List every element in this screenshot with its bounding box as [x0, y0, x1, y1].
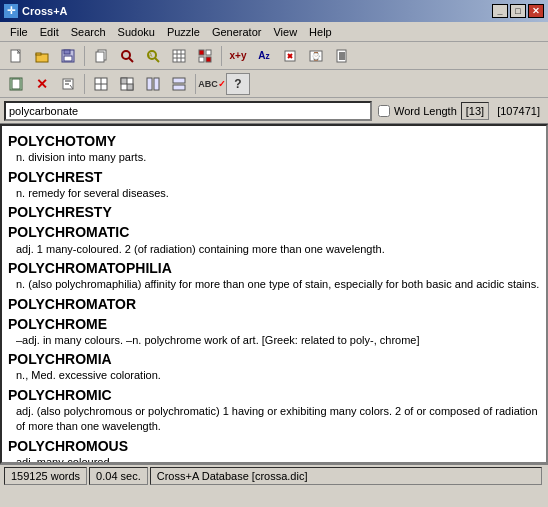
- menu-view[interactable]: View: [267, 24, 303, 40]
- delete-button[interactable]: ✕: [30, 73, 54, 95]
- open-button[interactable]: [30, 45, 54, 67]
- entry-word: POLYCHOTOMY: [8, 132, 540, 150]
- window-controls: _ □ ✕: [492, 4, 544, 18]
- menu-edit[interactable]: Edit: [34, 24, 65, 40]
- find-button[interactable]: [115, 45, 139, 67]
- entry-definition: n. remedy for several diseases.: [16, 186, 540, 201]
- svg-rect-21: [206, 57, 211, 62]
- save-button[interactable]: [56, 45, 80, 67]
- svg-rect-46: [173, 78, 185, 83]
- entry-word: POLYCHRESTY: [8, 203, 540, 221]
- entry-definition: adj. (also polychromous or polychromatic…: [16, 404, 540, 435]
- tool2-button[interactable]: Az: [252, 45, 276, 67]
- svg-rect-33: [12, 79, 20, 89]
- sep3: [84, 74, 85, 94]
- entry-word: POLYCHROMOUS: [8, 437, 540, 455]
- status-bar: 159125 words 0.04 sec. Cross+A Database …: [0, 464, 548, 486]
- tool5-button[interactable]: [330, 45, 354, 67]
- svg-rect-42: [121, 78, 127, 84]
- status-time: 0.04 sec.: [89, 467, 148, 485]
- svg-rect-43: [127, 84, 133, 90]
- grid2-button[interactable]: [115, 73, 139, 95]
- grid-button[interactable]: [167, 45, 191, 67]
- grid4-button[interactable]: [167, 73, 191, 95]
- tool3-button[interactable]: [278, 45, 302, 67]
- entry-definition: adj. many-coloured.: [16, 455, 540, 464]
- minimize-button[interactable]: _: [492, 4, 508, 18]
- entry-word: POLYCHREST: [8, 168, 540, 186]
- menu-puzzle[interactable]: Puzzle: [161, 24, 206, 40]
- menu-help[interactable]: Help: [303, 24, 338, 40]
- svg-text:⌚: ⌚: [311, 51, 321, 61]
- sep2: [221, 46, 222, 66]
- status-database: Cross+A Database [crossa.dic]: [150, 467, 542, 485]
- svg-line-11: [155, 58, 159, 62]
- menu-search[interactable]: Search: [65, 24, 112, 40]
- svg-rect-19: [206, 50, 211, 55]
- tool4-button[interactable]: ⌚: [304, 45, 328, 67]
- svg-rect-18: [199, 50, 204, 55]
- sep4: [195, 74, 196, 94]
- back-button[interactable]: [4, 73, 28, 95]
- maximize-button[interactable]: □: [510, 4, 526, 18]
- menu-file[interactable]: File: [4, 24, 34, 40]
- app-title: Cross+A: [22, 5, 68, 17]
- new-button[interactable]: [4, 45, 28, 67]
- svg-point-8: [122, 51, 130, 59]
- entry-definition: n. (also polychromaphilia) affinity for …: [16, 277, 540, 292]
- entry-definition: n., Med. excessive coloration.: [16, 368, 540, 383]
- find2-button[interactable]: A: [141, 45, 165, 67]
- entry-word: POLYCHROMATOPHILIA: [8, 259, 540, 277]
- entry-word: POLYCHROMIA: [8, 350, 540, 368]
- svg-rect-7: [96, 52, 104, 62]
- status-word-count: 159125 words: [4, 467, 87, 485]
- results-list[interactable]: POLYCHOTOMYn. division into many parts.P…: [0, 124, 548, 464]
- word-length-label: Word Length: [394, 105, 457, 117]
- entry-word: POLYCHROMATIC: [8, 223, 540, 241]
- svg-rect-13: [173, 50, 185, 62]
- entry-definition: n. division into many parts.: [16, 150, 540, 165]
- fill-button[interactable]: [193, 45, 217, 67]
- copy-button[interactable]: [89, 45, 113, 67]
- svg-rect-27: [337, 50, 346, 62]
- svg-rect-20: [199, 57, 204, 62]
- close-button[interactable]: ✕: [528, 4, 544, 18]
- word-length-value: [13]: [461, 102, 489, 120]
- entry-definition: –adj. in many colours. –n. polychrome wo…: [16, 333, 540, 348]
- sep1: [84, 46, 85, 66]
- svg-rect-44: [147, 78, 152, 90]
- app-icon: ✛: [4, 4, 18, 18]
- grid1-button[interactable]: [89, 73, 113, 95]
- svg-rect-5: [64, 56, 72, 61]
- word-length-checkbox[interactable]: [378, 105, 390, 117]
- entry-word: POLYCHROME: [8, 315, 540, 333]
- svg-rect-4: [64, 50, 70, 54]
- grid3-button[interactable]: [141, 73, 165, 95]
- svg-rect-47: [173, 85, 185, 90]
- menu-bar: File Edit Search Sudoku Puzzle Generator…: [0, 22, 548, 42]
- toolbar-main: A x+y Az ⌚: [0, 42, 548, 70]
- help-button[interactable]: ?: [226, 73, 250, 95]
- svg-rect-2: [36, 53, 41, 55]
- menu-sudoku[interactable]: Sudoku: [112, 24, 161, 40]
- tool1-button[interactable]: x+y: [226, 45, 250, 67]
- entry-word: POLYCHROMATOR: [8, 295, 540, 313]
- entry-word: POLYCHROMIC: [8, 386, 540, 404]
- svg-text:A: A: [149, 52, 153, 58]
- svg-rect-45: [154, 78, 159, 90]
- menu-generator[interactable]: Generator: [206, 24, 268, 40]
- entry-definition: adj. 1 many-coloured. 2 (of radiation) c…: [16, 242, 540, 257]
- search-input[interactable]: [4, 101, 372, 121]
- svg-line-9: [129, 58, 133, 62]
- word-length-section: Word Length [13] [107471]: [378, 102, 544, 120]
- spell-button[interactable]: ABC✓: [200, 73, 224, 95]
- edit-button[interactable]: [56, 73, 80, 95]
- search-bar: Word Length [13] [107471]: [0, 98, 548, 124]
- toolbar-secondary: ✕ ABC✓ ?: [0, 70, 548, 98]
- word-count-value: [107471]: [493, 105, 544, 117]
- title-bar: ✛ Cross+A _ □ ✕: [0, 0, 548, 22]
